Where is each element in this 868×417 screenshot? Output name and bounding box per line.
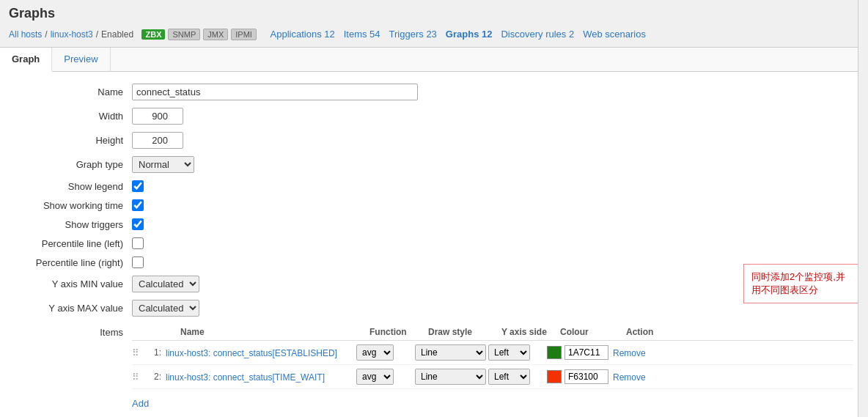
nav-items[interactable]: Items 54 [341,27,383,41]
breadcrumb-sep2: / [96,29,98,40]
label-width: Width [15,111,132,122]
remove-link-1[interactable]: Remove [613,348,646,358]
annotation-box: 同时添加2个监控项,并用不同图表区分 [743,264,861,303]
color-swatch-1[interactable] [547,346,562,359]
row-num-1: 1: [147,347,161,358]
label-graph-type: Graph type [15,159,132,170]
row-yaxis-2: Left Right [484,369,542,385]
form-row-height: Height [15,132,853,149]
form-row-width: Width [15,108,853,125]
tab-preview[interactable]: Preview [52,48,110,71]
col-drawstyle-header: Draw style [424,327,497,337]
select-graph-type[interactable]: Normal Stacked Pie Exploded [132,156,194,173]
nav-discovery[interactable]: Discovery rules 2 [498,27,577,41]
breadcrumb-enabled: Enabled [101,29,133,40]
nav-applications[interactable]: Applications 12 [268,27,338,41]
table-row: ⠿ 2: linux-host3: connect_status[TIME_WA… [132,365,853,389]
badge-jmx[interactable]: JMX [203,29,228,40]
color-swatch-2[interactable] [547,370,562,383]
tab-graph[interactable]: Graph [0,48,52,72]
color-input-1[interactable] [564,345,608,360]
scrollbar[interactable] [858,0,868,417]
select-drawstyle-2[interactable]: Line Filled region Bold line Dot Dashed … [415,369,486,385]
input-name[interactable] [132,84,418,100]
drag-icon-1: ⠿ [132,347,139,358]
row-action-2: Remove [608,372,660,383]
checkbox-show-legend[interactable] [132,180,144,192]
badge-snmp[interactable]: SNMP [168,29,200,40]
label-percentile-left: Percentile line (left) [15,238,132,249]
form-row-show-triggers: Show triggers [15,218,853,230]
nav-web[interactable]: Web scenarios [580,27,649,41]
col-action-header: Action [622,327,673,337]
items-content: Name Function Draw style Y axis side Col… [132,324,853,409]
row-colour-1 [542,345,608,360]
select-y-max[interactable]: Calculated Fixed Item [132,300,199,317]
form-row-show-legend: Show legend [15,180,853,192]
table-row: ⠿ 1: linux-host3: connect_status[ESTABLI… [132,341,853,365]
checkbox-percentile-left[interactable] [132,237,144,249]
row-function-2: avg min max all [352,369,411,385]
row-colour-2 [542,369,608,384]
row-action-1: Remove [608,347,660,358]
checkbox-show-triggers[interactable] [132,218,144,230]
select-function-1[interactable]: avg min max all [356,344,394,361]
col-colour-header: Colour [556,327,622,337]
col-function-header: Function [365,327,424,337]
label-percentile-right: Percentile line (right) [15,257,132,268]
row-name-2: linux-host3: connect_status[TIME_WAIT] [161,372,352,383]
form-row-percentile-left: Percentile line (left) [15,237,853,249]
input-height[interactable] [132,132,183,149]
label-name: Name [15,86,132,97]
remove-link-2[interactable]: Remove [613,372,646,383]
label-height: Height [15,135,132,146]
breadcrumb-all-hosts[interactable]: All hosts [9,29,42,40]
row-name-link-2[interactable]: linux-host3: connect_status[TIME_WAIT] [166,372,325,383]
add-link[interactable]: Add [132,398,149,409]
row-function-1: avg min max all [352,344,411,361]
col-name-header: Name [161,327,365,337]
label-y-min: Y axis MIN value [15,278,132,289]
form-row-y-min: Y axis MIN value Calculated Fixed Item [15,276,853,292]
nav-triggers[interactable]: Triggers 23 [386,27,440,41]
row-yaxis-1: Left Right [484,344,542,361]
input-width[interactable] [132,108,183,125]
drag-handle-1[interactable]: ⠿ [132,347,147,358]
row-drawstyle-2: Line Filled region Bold line Dot Dashed … [411,369,484,385]
select-yaxis-1[interactable]: Left Right [488,344,530,361]
label-items: Items [15,324,132,338]
drag-handle-2[interactable]: ⠿ [132,372,147,383]
checkbox-show-working-time[interactable] [132,199,144,211]
tabs-bar: Graph Preview [0,48,868,72]
label-show-triggers: Show triggers [15,219,132,230]
row-drawstyle-1: Line Filled region Bold line Dot Dashed … [411,344,484,361]
form-container: Name Width Height Graph type Normal Stac… [0,72,868,417]
add-link-container: Add [132,394,853,409]
select-drawstyle-1[interactable]: Line Filled region Bold line Dot Dashed … [415,344,486,361]
breadcrumb: All hosts / linux-host3 / Enabled ZBX SN… [9,27,859,41]
form-row-percentile-right: Percentile line (right) [15,257,853,268]
select-function-2[interactable]: avg min max all [356,369,394,385]
items-section: Items Name Function Draw style Y axis si… [15,324,853,409]
row-name-link-1[interactable]: linux-host3: connect_status[ESTABLISHED] [166,348,337,358]
select-y-min[interactable]: Calculated Fixed Item [132,276,199,292]
color-input-2[interactable] [564,369,608,384]
breadcrumb-host[interactable]: linux-host3 [51,29,93,40]
badge-zbx[interactable]: ZBX [141,29,165,40]
col-yaxis-header: Y axis side [497,327,556,337]
main-content: Graph Preview Name Width Height [0,47,868,417]
drag-icon-2: ⠿ [132,372,139,383]
form-row-name: Name [15,84,853,100]
checkbox-percentile-right[interactable] [132,257,144,268]
form-row-graph-type: Graph type Normal Stacked Pie Exploded [15,156,853,173]
form-row-y-max: Y axis MAX value Calculated Fixed Item [15,300,853,317]
select-yaxis-2[interactable]: Left Right [488,369,530,385]
label-show-working-time: Show working time [15,200,132,211]
label-y-max: Y axis MAX value [15,303,132,314]
label-show-legend: Show legend [15,181,132,192]
badge-ipmi[interactable]: IPMI [231,29,257,40]
nav-graphs[interactable]: Graphs 12 [443,27,496,41]
page-title: Graphs [9,6,859,21]
form-row-show-working-time: Show working time [15,199,853,211]
items-table-header: Name Function Draw style Y axis side Col… [132,324,853,341]
